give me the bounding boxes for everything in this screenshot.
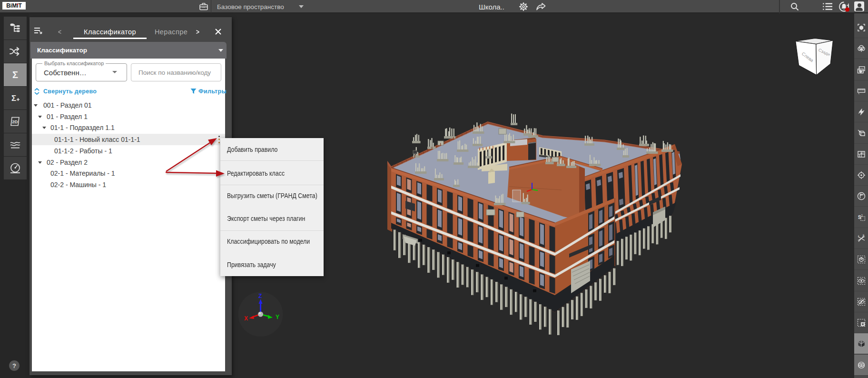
svg-text:Σ: Σ: [12, 70, 18, 80]
svg-text:1: 1: [858, 234, 859, 237]
svg-text:2: 2: [862, 234, 864, 237]
svg-text:Z: Z: [258, 293, 262, 299]
svg-text:Σ: Σ: [11, 94, 16, 103]
svg-text:Y: Y: [276, 314, 279, 320]
svg-text:X: X: [244, 315, 248, 322]
svg-text:2D: 2D: [12, 119, 18, 124]
